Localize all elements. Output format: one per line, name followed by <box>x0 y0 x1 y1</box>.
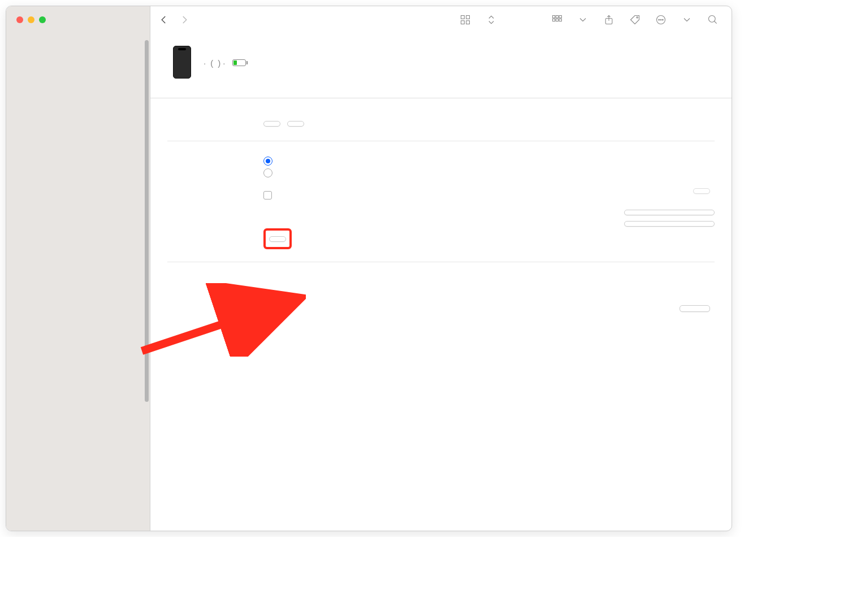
radio-icon <box>263 168 272 177</box>
device-header: · () · <box>167 36 715 89</box>
content-area: · () · <box>150 36 732 531</box>
minimize-window-button[interactable] <box>28 16 34 23</box>
backup-mac-radio[interactable] <box>263 168 715 177</box>
software-label <box>167 111 263 128</box>
view-grid-icon[interactable] <box>455 14 475 27</box>
svg-point-12 <box>637 17 638 18</box>
toolbar <box>150 6 732 36</box>
svg-rect-6 <box>559 16 561 18</box>
zoom-window-button[interactable] <box>39 16 46 23</box>
manage-backups-highlight <box>263 228 292 249</box>
svg-rect-7 <box>553 19 555 21</box>
bottom-row <box>167 298 715 320</box>
tag-icon[interactable] <box>625 14 645 27</box>
svg-rect-8 <box>556 19 558 21</box>
sidebar-header-icloud <box>6 36 150 44</box>
backup-now-button[interactable] <box>624 210 715 215</box>
svg-point-15 <box>660 19 661 20</box>
window-controls <box>6 6 150 30</box>
svg-point-17 <box>709 16 716 23</box>
svg-rect-2 <box>461 21 465 24</box>
sidebar-scrollbar[interactable] <box>145 40 149 402</box>
chevron-down-icon[interactable] <box>573 14 593 27</box>
updown-icon[interactable] <box>481 14 501 27</box>
sidebar-header-tags <box>6 63 150 71</box>
share-icon[interactable] <box>599 14 619 27</box>
section-options <box>167 262 715 288</box>
battery-icon <box>232 59 248 66</box>
sync-button[interactable] <box>680 305 710 312</box>
device-image <box>173 46 191 79</box>
main-pane: · () · <box>150 6 732 531</box>
options-label <box>167 275 263 276</box>
svg-line-18 <box>715 21 717 24</box>
chevron-down-icon[interactable] <box>677 14 697 27</box>
section-backups <box>167 141 715 262</box>
sidebar-header-locations <box>6 49 150 57</box>
finder-window: · () · <box>6 6 732 531</box>
backups-label <box>167 154 263 249</box>
last-backup-text <box>263 213 613 223</box>
nav-forward-button[interactable] <box>179 15 189 27</box>
change-password-button <box>693 188 710 194</box>
sidebar-favorites <box>6 30 150 36</box>
radio-icon <box>263 157 272 166</box>
more-icon[interactable] <box>651 14 671 27</box>
nav-back-button[interactable] <box>159 15 169 27</box>
sidebar <box>6 6 150 531</box>
tabs <box>150 89 732 98</box>
svg-point-14 <box>659 19 660 20</box>
checkbox-icon <box>263 191 272 199</box>
device-subtitle: · () · <box>201 58 248 68</box>
group-icon[interactable] <box>547 14 567 27</box>
search-icon[interactable] <box>703 14 723 27</box>
close-window-button[interactable] <box>16 16 23 23</box>
backup-icloud-radio[interactable] <box>263 157 715 166</box>
manage-backups-button[interactable] <box>269 236 286 242</box>
svg-point-16 <box>663 19 664 20</box>
svg-rect-0 <box>461 16 465 19</box>
svg-rect-9 <box>559 19 561 21</box>
section-software <box>167 98 715 141</box>
svg-rect-5 <box>556 16 558 18</box>
check-update-button[interactable] <box>263 121 280 127</box>
restore-backup-button[interactable] <box>624 221 715 227</box>
storage-bar <box>167 309 672 320</box>
svg-rect-3 <box>466 21 470 24</box>
encrypt-checkbox[interactable] <box>263 191 693 199</box>
svg-rect-4 <box>553 16 555 18</box>
restore-iphone-button[interactable] <box>287 121 304 127</box>
svg-rect-1 <box>466 16 470 19</box>
